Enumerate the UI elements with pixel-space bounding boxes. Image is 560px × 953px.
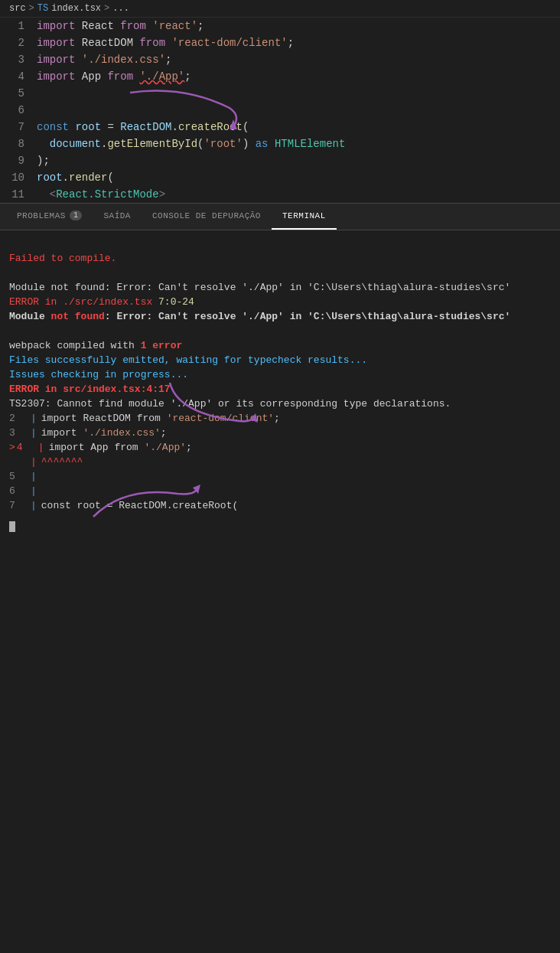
line-content-10: root.render(: [37, 169, 560, 186]
line-number-8: 8: [0, 135, 37, 152]
terminal-webpack-line: webpack compiled with 1 error: [9, 338, 551, 353]
terminal-carets: | ^^^^^^^: [9, 455, 551, 469]
term-linenum-4: 4: [17, 440, 35, 455]
line-number-1: 1: [0, 18, 37, 34]
term-pipe-6: |: [31, 484, 37, 498]
term-pipe-7: |: [31, 498, 37, 513]
terminal-cursor: [9, 521, 15, 532]
terminal-code-4: > 4 | import App from './App';: [9, 440, 551, 455]
terminal-error-location-2: ERROR in src/index.tsx:4:17: [9, 382, 551, 397]
code-line-8: 8 document.getElementById('root') as HTM…: [0, 135, 560, 152]
line-content-3: import './index.css';: [37, 51, 560, 68]
terminal-issues-checking: Issues checking in progress...: [9, 367, 551, 382]
code-line-11: 11 <React.StrictMode>: [0, 186, 560, 203]
code-line-2: 2 import ReactDOM from 'react-dom/client…: [0, 34, 560, 51]
line-content-8: document.getElementById('root') as HTMLE…: [37, 135, 560, 152]
term-caret-pipe: |: [31, 455, 37, 469]
terminal-ts2307: TS2307: Cannot find module './App' or it…: [9, 397, 551, 411]
term-code-content-4: import App from './App';: [49, 440, 192, 455]
line-number-6: 6: [0, 102, 37, 119]
code-line-10: 10 root.render(: [0, 169, 560, 186]
line-number-7: 7: [0, 119, 37, 135]
tab-terminal-label: TERMINAL: [282, 211, 326, 220]
line-number-11: 11: [0, 186, 37, 203]
tab-output-label: SAÍDA: [103, 211, 131, 220]
breadcrumb-ellipsis: ...: [112, 3, 129, 14]
term-linenum-5: 5: [9, 469, 28, 484]
term-code-content-3: import './index.css';: [41, 426, 167, 440]
line-number-9: 9: [0, 152, 37, 169]
terminal-module-not-found-2: Module not found: Error: Can't resolve '…: [9, 309, 551, 324]
terminal-blank-3: [9, 324, 551, 338]
terminal-module-not-found-1: Module not found: Error: Can't resolve '…: [9, 280, 551, 295]
terminal-code-2: 2 | import ReactDOM from 'react-dom/clie…: [9, 411, 551, 426]
tab-debug-label: CONSOLE DE DEPURAÇÃO: [152, 211, 261, 220]
terminal-code-3: 3 | import './index.css';: [9, 426, 551, 440]
line-number-2: 2: [0, 34, 37, 51]
line-content-4: import App from './App';: [37, 68, 560, 85]
line-content-11: <React.StrictMode>: [37, 186, 560, 203]
term-pipe-5: |: [31, 469, 37, 484]
term-linenum-7: 7: [9, 498, 28, 513]
tab-problems-label: PROBLEMAS: [17, 211, 66, 220]
tab-debug[interactable]: CONSOLE DE DEPURAÇÃO: [142, 203, 272, 230]
term-linenum-6: 6: [9, 484, 28, 498]
line-number-10: 10: [0, 169, 37, 186]
line-content-1: import React from 'react';: [37, 18, 560, 34]
annotation-arrow-3: [86, 471, 200, 524]
terminal-blank-2: [9, 266, 551, 280]
breadcrumb: src > TS index.tsx > ...: [0, 0, 560, 18]
line-number-4: 4: [0, 68, 37, 85]
line-number-3: 3: [0, 51, 37, 68]
code-line-6: 6: [0, 102, 560, 119]
code-line-4: 4 import App from './App';: [0, 68, 560, 85]
line-content-7: const root = ReactDOM.createRoot(: [37, 119, 560, 135]
terminal-error-location: ERROR in ./src/index.tsx 7:0-24: [9, 295, 551, 309]
problems-badge: 1: [70, 211, 83, 220]
term-linenum-2: 2: [9, 411, 28, 426]
code-line-3: 3 import './index.css';: [0, 51, 560, 68]
term-linenum-3: 3: [9, 426, 28, 440]
breadcrumb-ts: TS: [37, 3, 48, 14]
line-content-2: import ReactDOM from 'react-dom/client';: [37, 34, 560, 51]
code-line-9: 9 );: [0, 152, 560, 169]
tab-problems[interactable]: PROBLEMAS 1: [6, 203, 93, 230]
svg-marker-1: [250, 413, 258, 423]
terminal-files-emitted: Files successfully emitted, waiting for …: [9, 353, 551, 367]
tab-terminal[interactable]: TERMINAL: [272, 203, 337, 230]
tab-output[interactable]: SAÍDA: [93, 203, 142, 230]
code-line-1: 1 import React from 'react';: [0, 18, 560, 34]
breadcrumb-sep1: >: [29, 3, 34, 14]
term-caret-text: ^^^^^^^: [41, 455, 83, 469]
term-pipe-3: |: [31, 426, 37, 440]
terminal-failed-compile: Failed to compile.: [9, 251, 551, 266]
breadcrumb-src: src: [9, 3, 26, 14]
bottom-panel: PROBLEMAS 1 SAÍDA CONSOLE DE DEPURAÇÃO T…: [0, 203, 560, 578]
code-line-7: 7 const root = ReactDOM.createRoot(: [0, 119, 560, 135]
editor-container: src > TS index.tsx > ... 1 import React …: [0, 0, 560, 578]
terminal-line-blank-1: [9, 237, 551, 251]
code-line-5: 5: [0, 85, 560, 102]
annotation-arrow-2: [162, 375, 262, 429]
term-pipe-2: |: [31, 411, 37, 426]
breadcrumb-file: index.tsx: [51, 3, 101, 14]
terminal-content[interactable]: Failed to compile. Module not found: Err…: [0, 230, 560, 578]
term-arrow-4: >: [9, 440, 15, 455]
panel-tabs: PROBLEMAS 1 SAÍDA CONSOLE DE DEPURAÇÃO T…: [0, 204, 560, 230]
line-content-9: );: [37, 152, 560, 169]
line-number-5: 5: [0, 85, 37, 102]
breadcrumb-sep2: >: [104, 3, 109, 14]
term-pipe-4: |: [38, 440, 44, 455]
